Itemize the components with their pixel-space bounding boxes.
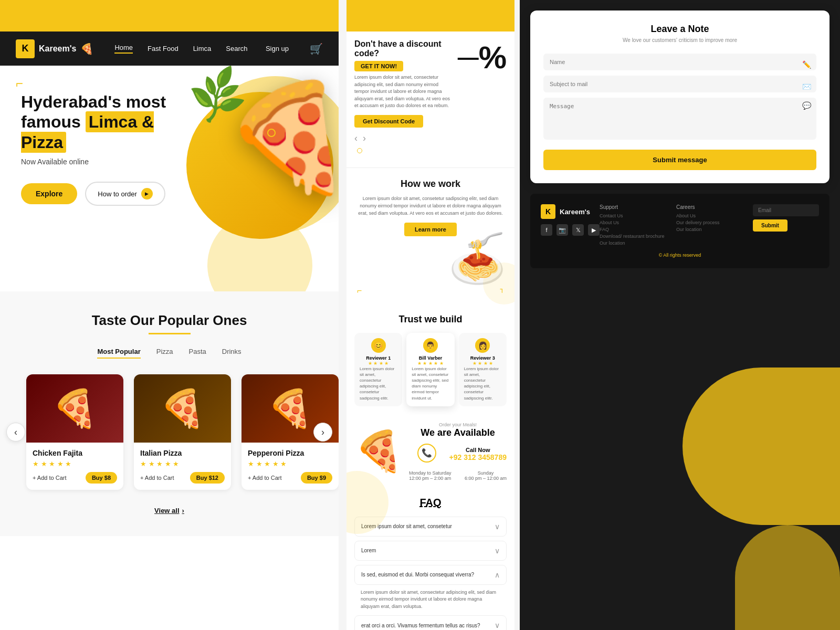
- view-all-text: View all: [154, 507, 179, 514]
- subject-input[interactable]: [543, 76, 816, 92]
- support-column: Support Contact Us About Us FAQ Download…: [600, 204, 666, 247]
- newsletter-column: Submit: [753, 204, 819, 247]
- carousel-arrows: ‹ ›: [354, 133, 507, 144]
- twitter-icon[interactable]: 𝕏: [572, 224, 584, 236]
- submit-message-button[interactable]: Submit message: [543, 150, 816, 170]
- name-input-icon: ✏️: [802, 60, 811, 69]
- product-stars-3: ★ ★ ★ ★ ★: [248, 460, 332, 468]
- how-to-order-button[interactable]: How to order ▶: [85, 182, 165, 206]
- faq-toggle-2[interactable]: ∨: [495, 547, 500, 555]
- faq-toggle-3[interactable]: ∧: [495, 571, 500, 579]
- footer-our-location[interactable]: Our location: [676, 227, 742, 232]
- faq-question-4: erat orci a orci. Vivamus fermentum tell…: [361, 623, 480, 628]
- faq-toggle-1[interactable]: ∨: [495, 522, 500, 531]
- navbar-logo: K Kareem's 🍕: [16, 39, 93, 58]
- brand-name: Kareem's: [39, 44, 76, 54]
- buy-button-1[interactable]: Buy $8: [86, 472, 117, 484]
- sunday-hours: 6:00 pm – 12:00 am: [465, 476, 507, 481]
- add-to-cart-3[interactable]: + Add to Cart: [248, 475, 282, 481]
- footer-contact-us[interactable]: Contact Us: [600, 213, 666, 218]
- footer-brochure[interactable]: Download/ restaurant brochure: [600, 234, 666, 239]
- tab-most-popular[interactable]: Most Popular: [97, 348, 140, 359]
- pizza-available-image: 🍕: [354, 432, 404, 471]
- explore-button[interactable]: Explore: [21, 183, 77, 204]
- middle-panel: Don't have a discount code? GET IT NOW! …: [346, 0, 514, 630]
- footer-logo-box: K: [541, 204, 555, 219]
- cart-icon[interactable]: 🛒: [310, 43, 323, 55]
- instagram-icon[interactable]: 📷: [556, 224, 568, 236]
- footer-faq[interactable]: FAQ: [600, 227, 666, 232]
- buy-button-3[interactable]: Buy $9: [301, 472, 332, 484]
- nav-signup[interactable]: Sign up: [266, 45, 289, 52]
- name-input[interactable]: [543, 54, 816, 70]
- leave-note-title: Leave a Note: [543, 24, 816, 35]
- tab-drinks[interactable]: Drinks: [222, 348, 242, 359]
- faq-toggle-4[interactable]: ∨: [495, 621, 500, 629]
- tab-pizza[interactable]: Pizza: [156, 348, 173, 359]
- message-textarea[interactable]: [543, 98, 816, 140]
- nav-limca[interactable]: Limca: [193, 45, 212, 52]
- product-actions-2: + Add to Cart Buy $12: [140, 472, 225, 484]
- nav-home[interactable]: Home: [114, 44, 133, 54]
- discount-section: Don't have a discount code? GET IT NOW! …: [346, 32, 514, 168]
- product-stars-1: ★ ★ ★ ★ ★: [33, 460, 117, 468]
- product-name-3: Pepperoni Pizza: [248, 449, 332, 457]
- hero-section: ⌐ Hyderabad's most famous Limca & Pizza …: [0, 66, 339, 291]
- carousel-prev-arrow[interactable]: ‹: [354, 133, 358, 144]
- right-yellow-blob1: [682, 368, 840, 525]
- buy-button-2[interactable]: Buy $12: [190, 472, 225, 484]
- faq-question-3: Is sed, euismod et dui. Morbi consequat …: [361, 572, 474, 578]
- review-card-2: 👨 Bill Varber ★ ★ ★ ★ ★ Lorem ipsum dolo…: [406, 333, 454, 406]
- product-stars-2: ★ ★ ★ ★ ★: [140, 460, 225, 468]
- prev-button[interactable]: ‹: [6, 423, 25, 442]
- review-stars-2: ★ ★ ★ ★ ★: [412, 361, 449, 366]
- review-text-1: Lorem ipsum dolor sit amet, consectetur …: [360, 366, 397, 401]
- faq-item-2: Lorem ∨: [354, 541, 507, 561]
- discount-body-text: Lorem ipsum dolor sit amet, consectetur …: [354, 74, 453, 110]
- nav-links: Home Fast Food Limca Search: [114, 44, 247, 54]
- faq-item-3-container: Is sed, euismod et dui. Morbi consequat …: [354, 565, 507, 616]
- carousel-next-arrow[interactable]: ›: [363, 133, 366, 144]
- discount-title: Don't have a discount code?: [354, 39, 453, 58]
- footer-columns: Support Contact Us About Us FAQ Download…: [600, 204, 819, 247]
- footer-submit-button[interactable]: Submit: [753, 219, 788, 232]
- play-icon: ▶: [141, 188, 153, 200]
- product-info-3: Pepperoni Pizza ★ ★ ★ ★ ★ + Add to Cart …: [242, 443, 339, 490]
- add-to-cart-2[interactable]: + Add to Cart: [140, 475, 174, 481]
- faq-question-2: Lorem: [361, 548, 376, 553]
- youtube-icon[interactable]: ▶: [588, 224, 600, 236]
- hero-title: Hyderabad's most famous Limca & Pizza: [21, 92, 189, 152]
- brand-icon: 🍕: [80, 43, 93, 55]
- footer-brand-name: Kareem's: [560, 208, 590, 216]
- review-text-3: Lorem ipsum dolor sit amet, consectetur …: [464, 366, 501, 401]
- facebook-icon[interactable]: f: [541, 224, 552, 236]
- next-button[interactable]: ›: [313, 423, 332, 442]
- subject-input-icon: ✉️: [802, 82, 811, 91]
- nav-search[interactable]: Search: [226, 45, 247, 52]
- available-title: We are Available: [409, 427, 507, 438]
- review-card-1: 😊 Reviewer 1 ★ ★ ★ ★ Lorem ipsum dolor s…: [354, 333, 402, 406]
- footer-delivery-process[interactable]: Our delivery process: [676, 220, 742, 225]
- footer-email-input[interactable]: [753, 204, 819, 216]
- how-we-work-title: How we work: [354, 178, 507, 190]
- footer-about-us[interactable]: About Us: [600, 220, 666, 225]
- get-it-now-badge[interactable]: GET IT NOW!: [354, 61, 403, 71]
- reviewer-name-2: Bill Varber: [412, 355, 449, 361]
- popular-title: Taste Our Popular Ones: [16, 312, 323, 329]
- footer-about[interactable]: About Us: [676, 213, 742, 218]
- discount-dash: —: [458, 46, 479, 69]
- product-info-2: Italian Pizza ★ ★ ★ ★ ★ + Add to Cart Bu…: [134, 443, 231, 490]
- logo-box: K: [16, 39, 35, 58]
- reviewer-name-1: Reviewer 1: [360, 355, 397, 361]
- product-card-2: 🍕 Italian Pizza ★ ★ ★ ★ ★ + Add to Cart …: [134, 374, 231, 490]
- mon-sat-label: Monday to Saturday: [409, 470, 452, 476]
- how-we-work-text: Lorem ipsum dolor sit amet, consetetur s…: [354, 195, 507, 217]
- tab-pasta[interactable]: Pasta: [189, 348, 206, 359]
- view-all-link[interactable]: View all ›: [154, 507, 184, 514]
- get-discount-button[interactable]: Get Discount Code: [354, 115, 423, 128]
- add-to-cart-1[interactable]: + Add to Cart: [33, 475, 67, 481]
- footer-location[interactable]: Our location: [600, 240, 666, 246]
- leave-note-subtitle: We love our customers' criticism to impr…: [543, 37, 816, 43]
- nav-fast-food[interactable]: Fast Food: [148, 45, 178, 52]
- product-name-2: Italian Pizza: [140, 449, 225, 457]
